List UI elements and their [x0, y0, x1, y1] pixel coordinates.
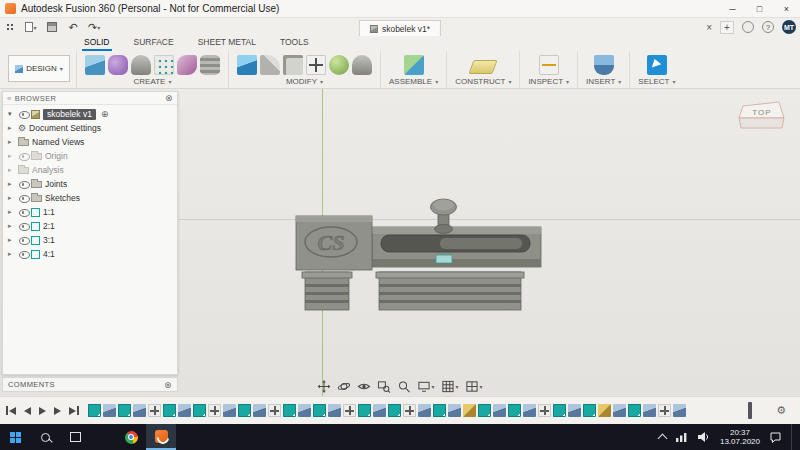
- extrude-feature-icon[interactable]: [298, 404, 311, 417]
- hidden-icons-chevron-icon[interactable]: [658, 434, 668, 444]
- visibility-eye-icon[interactable]: [18, 151, 28, 161]
- new-document-tab-button[interactable]: +: [720, 21, 734, 34]
- tab-tools[interactable]: TOOLS: [278, 37, 311, 51]
- extrude-feature-icon[interactable]: [178, 404, 191, 417]
- fusion360-taskbar-button[interactable]: [146, 424, 176, 450]
- visibility-eye-icon[interactable]: [18, 221, 28, 231]
- start-button[interactable]: [0, 424, 30, 450]
- browser-item-analysis[interactable]: ▸Analysis: [3, 163, 177, 177]
- sketch-feature-icon[interactable]: [313, 404, 326, 417]
- show-desktop-button[interactable]: [791, 424, 796, 450]
- 3d-model[interactable]: CS: [290, 195, 550, 320]
- fillet-icon[interactable]: [260, 55, 280, 75]
- extrude-feature-icon[interactable]: [103, 404, 116, 417]
- tab-solid[interactable]: SOLID: [82, 37, 112, 51]
- step-back-button[interactable]: [24, 405, 31, 416]
- zoom-window-icon[interactable]: [377, 380, 390, 393]
- close-button[interactable]: ×: [773, 0, 800, 17]
- zoom-icon[interactable]: [397, 380, 410, 393]
- user-avatar[interactable]: MT: [782, 20, 796, 34]
- browser-item-4-1[interactable]: ▸4:1: [3, 247, 177, 261]
- go-to-start-button[interactable]: [6, 405, 16, 416]
- move-feature-icon[interactable]: [658, 404, 671, 417]
- offset-face-icon[interactable]: [352, 55, 372, 75]
- visibility-eye-icon[interactable]: [18, 235, 28, 245]
- redo-button[interactable]: ↷▾: [88, 20, 100, 34]
- orbit-icon[interactable]: [337, 380, 350, 393]
- extrude-feature-icon[interactable]: [448, 404, 461, 417]
- minimize-button[interactable]: ─: [719, 0, 746, 17]
- extrude-feature-icon[interactable]: [523, 404, 536, 417]
- create-dropdown[interactable]: CREATE▾: [134, 77, 172, 86]
- undo-button[interactable]: ↶: [67, 20, 79, 34]
- extrude-feature-icon[interactable]: [643, 404, 656, 417]
- network-icon[interactable]: [676, 432, 688, 442]
- modify-dropdown[interactable]: MODIFY▾: [286, 77, 323, 86]
- move-feature-icon[interactable]: [538, 404, 551, 417]
- move-feature-icon[interactable]: [268, 404, 281, 417]
- sketch-feature-icon[interactable]: [163, 404, 176, 417]
- browser-item-joints[interactable]: ▸Joints: [3, 177, 177, 191]
- comments-panel[interactable]: COMMENTS ⊗: [2, 377, 178, 392]
- sketch-feature-icon[interactable]: [88, 404, 101, 417]
- add-icon[interactable]: ⊕: [101, 109, 109, 119]
- taskbar-clock[interactable]: 20:37 13.07.2020: [720, 428, 760, 447]
- new-component-icon[interactable]: [404, 55, 424, 75]
- extrude-feature-icon[interactable]: [373, 404, 386, 417]
- sketch-feature-icon[interactable]: [433, 404, 446, 417]
- measure-icon[interactable]: [539, 55, 559, 75]
- look-at-icon[interactable]: [357, 380, 370, 393]
- construction-plane-icon[interactable]: [469, 60, 498, 74]
- sketch-feature-icon[interactable]: [193, 404, 206, 417]
- play-button[interactable]: [39, 405, 46, 416]
- pattern-icon[interactable]: [154, 55, 174, 75]
- assemble-dropdown[interactable]: ASSEMBLE▾: [389, 77, 438, 86]
- move-feature-icon[interactable]: [208, 404, 221, 417]
- save-button[interactable]: [46, 20, 58, 34]
- action-center-icon[interactable]: [770, 432, 781, 443]
- expand-caret-icon[interactable]: ▸: [8, 208, 15, 216]
- document-tab[interactable]: skobelek v1*: [359, 20, 441, 36]
- viewcube-front-face[interactable]: [739, 118, 784, 128]
- viewports-icon[interactable]: ▾: [466, 380, 483, 393]
- extrude-feature-icon[interactable]: [568, 404, 581, 417]
- taskbar-search-button[interactable]: [30, 424, 60, 450]
- workspace-selector[interactable]: DESIGN ▾: [8, 55, 70, 82]
- sketch-feature-icon[interactable]: [118, 404, 131, 417]
- revolve-icon[interactable]: [131, 55, 151, 75]
- extrude-feature-icon[interactable]: [133, 404, 146, 417]
- thread-icon[interactable]: [200, 55, 220, 75]
- move-feature-icon[interactable]: [148, 404, 161, 417]
- move-copy-icon[interactable]: [306, 55, 326, 75]
- extrude-feature-icon[interactable]: [673, 404, 686, 417]
- visibility-eye-icon[interactable]: [18, 207, 28, 217]
- extrude-feature-icon[interactable]: [253, 404, 266, 417]
- view-cube[interactable]: TOP: [736, 96, 788, 142]
- timeline-position-marker[interactable]: [748, 402, 752, 419]
- browser-item-sketches[interactable]: ▸Sketches: [3, 191, 177, 205]
- insert-dropdown[interactable]: INSERT▾: [586, 77, 621, 86]
- construct-dropdown[interactable]: CONSTRUCT▾: [455, 77, 511, 86]
- job-status-icon[interactable]: [742, 21, 754, 33]
- extrude-feature-icon[interactable]: [223, 404, 236, 417]
- expand-caret-icon[interactable]: ▸: [8, 222, 15, 230]
- browser-item-1-1[interactable]: ▸1:1: [3, 205, 177, 219]
- create-form-icon[interactable]: [108, 55, 128, 75]
- task-view-button[interactable]: [60, 424, 90, 450]
- expand-caret-icon[interactable]: ▸: [8, 180, 15, 188]
- expand-caret-icon[interactable]: ▸: [8, 236, 15, 244]
- shell-icon[interactable]: [283, 55, 303, 75]
- sketch-feature-icon[interactable]: [478, 404, 491, 417]
- display-settings-icon[interactable]: ▾: [417, 380, 434, 393]
- expand-caret-icon[interactable]: ▸: [8, 194, 15, 202]
- move-feature-icon[interactable]: [403, 404, 416, 417]
- go-to-end-button[interactable]: [69, 405, 79, 416]
- visibility-eye-icon[interactable]: [18, 109, 28, 119]
- browser-item-3-1[interactable]: ▸3:1: [3, 233, 177, 247]
- browser-item-document-settings[interactable]: ▸⚙Document Settings: [3, 121, 177, 135]
- browser-item-2-1[interactable]: ▸2:1: [3, 219, 177, 233]
- browser-header[interactable]: « BROWSER ⊗: [3, 92, 177, 105]
- sketch-feature-icon[interactable]: [388, 404, 401, 417]
- expand-caret-icon[interactable]: ▾: [8, 110, 15, 118]
- sketch-feature-icon[interactable]: [238, 404, 251, 417]
